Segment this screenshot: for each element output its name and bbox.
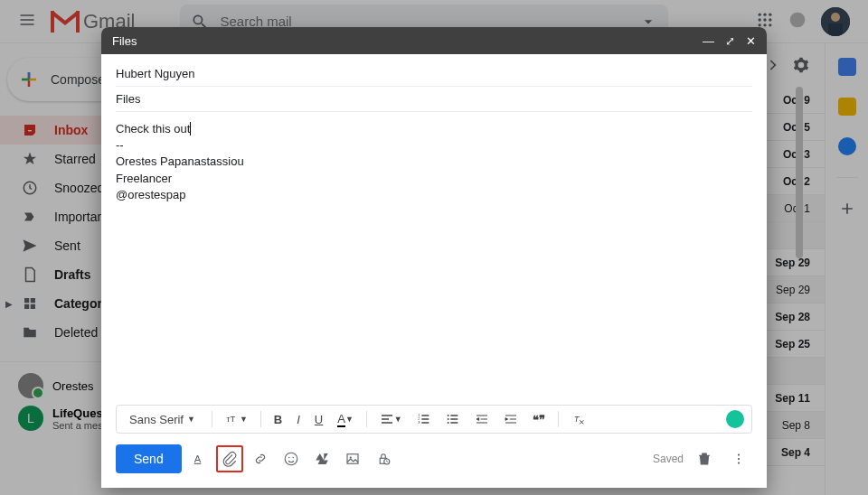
svg-point-26 xyxy=(288,457,290,459)
format-toolbar: Sans Serif ▼ тT▼ B I U A▼ ▼ 123 ❝❞ T xyxy=(116,405,752,434)
more-icon[interactable] xyxy=(725,445,752,472)
svg-point-20 xyxy=(447,415,448,416)
svg-text:A: A xyxy=(193,453,201,464)
svg-text:тT: тT xyxy=(226,415,235,424)
close-icon[interactable]: ✕ xyxy=(746,34,756,48)
svg-point-27 xyxy=(292,457,294,459)
expand-icon[interactable]: ⤢ xyxy=(725,34,735,48)
font-size-icon[interactable]: тT▼ xyxy=(220,408,253,430)
formatting-toggle-icon[interactable]: A xyxy=(185,445,212,472)
font-select[interactable]: Sans Serif ▼ xyxy=(124,409,201,430)
body-field[interactable]: Check this out -- Orestes Papanastassiou… xyxy=(116,112,752,405)
dialog-title: Files xyxy=(112,34,137,48)
discard-icon[interactable] xyxy=(691,445,718,472)
svg-point-21 xyxy=(447,418,448,420)
to-field[interactable]: Hubert Nguyen xyxy=(116,61,752,87)
drive-icon[interactable] xyxy=(308,445,335,472)
svg-point-34 xyxy=(738,462,740,463)
quote-icon[interactable]: ❝❞ xyxy=(527,409,551,430)
saved-label: Saved xyxy=(653,453,684,465)
clear-format-icon[interactable]: T xyxy=(566,408,591,430)
svg-rect-28 xyxy=(347,454,358,464)
send-bar: Send A Saved xyxy=(116,437,752,481)
align-icon[interactable]: ▼ xyxy=(374,408,408,430)
svg-point-25 xyxy=(285,453,297,465)
subject-field[interactable]: Files xyxy=(116,87,752,112)
image-icon[interactable] xyxy=(339,445,366,472)
svg-text:3: 3 xyxy=(418,420,420,425)
svg-text:T: T xyxy=(573,415,580,424)
link-icon[interactable] xyxy=(247,445,274,472)
send-button[interactable]: Send xyxy=(116,444,182,473)
attach-icon[interactable] xyxy=(216,445,243,472)
svg-point-32 xyxy=(738,453,740,455)
ordered-list-icon[interactable]: 123 xyxy=(411,408,437,430)
text-color-icon[interactable]: A▼ xyxy=(332,408,359,431)
italic-icon[interactable]: I xyxy=(291,409,306,430)
grammarly-icon[interactable] xyxy=(726,410,744,428)
confidential-icon[interactable] xyxy=(370,445,397,472)
underline-icon[interactable]: U xyxy=(309,409,328,430)
compose-dialog: Files — ⤢ ✕ Hubert Nguyen Files Check th… xyxy=(101,27,767,488)
emoji-icon[interactable] xyxy=(278,445,305,472)
indent-more-icon[interactable] xyxy=(498,408,524,430)
indent-less-icon[interactable] xyxy=(469,408,495,430)
dialog-header[interactable]: Files — ⤢ ✕ xyxy=(101,27,767,54)
bold-icon[interactable]: B xyxy=(269,409,288,430)
svg-point-33 xyxy=(738,458,740,460)
bullet-list-icon[interactable] xyxy=(440,408,466,430)
minimize-icon[interactable]: — xyxy=(703,34,714,48)
svg-point-22 xyxy=(447,422,448,424)
